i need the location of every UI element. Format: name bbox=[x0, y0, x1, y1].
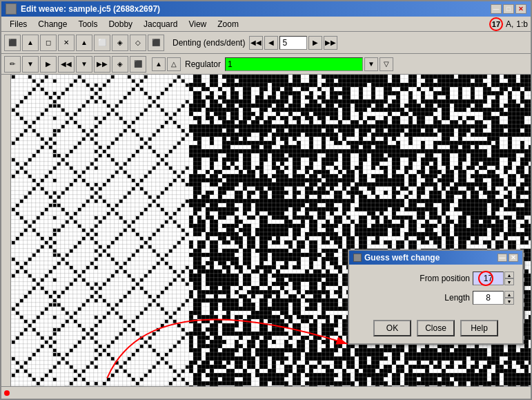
dialog-title-bar: Guess weft change — ✕ bbox=[349, 251, 522, 265]
close-dialog-button[interactable]: Close bbox=[417, 320, 455, 336]
from-position-up[interactable]: ▲ bbox=[504, 272, 514, 278]
tool-btn-7[interactable]: ◈ bbox=[112, 35, 128, 51]
from-position-row: From position ▲ ▼ bbox=[357, 272, 514, 285]
tool2-btn-7[interactable]: ◈ bbox=[112, 56, 128, 73]
view-scale-label: 1:b bbox=[516, 19, 528, 29]
tool-btn-8[interactable]: ◇ bbox=[130, 35, 146, 51]
guess-weft-dialog: Guess weft change — ✕ From position bbox=[348, 249, 524, 345]
menu-zoom[interactable]: Zoom bbox=[212, 18, 244, 30]
dialog-buttons: OK Close Help bbox=[349, 317, 522, 343]
denting-label: Denting (ends/dent) bbox=[170, 37, 248, 49]
nav-last[interactable]: ▶▶ bbox=[324, 36, 337, 50]
title-bar: Edit weave: sample.jc5 (2688x2697) — □ ✕ bbox=[1, 1, 531, 17]
tool-btn-1[interactable]: ⬛ bbox=[4, 35, 21, 51]
tool2-btn-1[interactable]: ✏ bbox=[4, 56, 21, 73]
tool-btn-9[interactable]: ⬛ bbox=[148, 35, 164, 51]
tool-btn-4[interactable]: ✕ bbox=[58, 35, 75, 51]
app-icon bbox=[6, 3, 17, 15]
from-position-label: From position bbox=[420, 274, 470, 283]
length-up[interactable]: ▲ bbox=[504, 291, 514, 298]
dialog-close-button[interactable]: ✕ bbox=[509, 254, 518, 262]
length-row: Length ▲ ▼ bbox=[357, 291, 514, 305]
length-input[interactable] bbox=[473, 291, 504, 305]
toolbar1: ⬛ ▲ ◻ ✕ ▲ ⬜ ◈ ◇ ⬛ Denting (ends/dent) ◀◀… bbox=[1, 32, 531, 54]
dialog-title-text: Guess weft change bbox=[364, 253, 440, 263]
tool2-btn-3[interactable]: ▶ bbox=[40, 56, 57, 73]
nav-prev[interactable]: ◀ bbox=[264, 36, 278, 50]
nav-next[interactable]: ▶ bbox=[308, 36, 322, 50]
tool2-btn-4[interactable]: ◀◀ bbox=[58, 56, 75, 73]
menu-dobby[interactable]: Dobby bbox=[103, 18, 138, 30]
help-button[interactable]: Help bbox=[460, 320, 498, 336]
tool-btn-6[interactable]: ⬜ bbox=[94, 35, 110, 51]
reg-down[interactable]: ▼ bbox=[364, 57, 378, 71]
content-area: Guess weft change — ✕ From position bbox=[1, 75, 531, 386]
maximize-button[interactable]: □ bbox=[503, 4, 514, 14]
position-badge: 17 bbox=[489, 17, 503, 31]
regulator-value[interactable] bbox=[225, 57, 363, 71]
weave-canvas: Guess weft change — ✕ From position bbox=[11, 75, 531, 386]
reg-down2[interactable]: ▽ bbox=[380, 57, 393, 71]
menu-tools[interactable]: Tools bbox=[72, 18, 103, 30]
tool2-btn-5[interactable]: ▼ bbox=[76, 56, 92, 73]
view-mode-label: A, bbox=[506, 19, 513, 29]
from-position-down[interactable]: ▼ bbox=[504, 278, 514, 285]
tool-btn-5[interactable]: ▲ bbox=[76, 35, 92, 51]
dialog-body: From position ▲ ▼ bbox=[349, 265, 522, 317]
minimize-button[interactable]: — bbox=[491, 4, 502, 14]
tool-btn-3[interactable]: ◻ bbox=[40, 35, 57, 51]
regulator-label: Regulator bbox=[182, 58, 224, 70]
tool-btn-2[interactable]: ▲ bbox=[22, 35, 39, 51]
ok-button[interactable]: OK bbox=[373, 320, 411, 336]
menu-bar: Files Change Tools Dobby Jacquard View Z… bbox=[1, 17, 531, 32]
status-indicator bbox=[4, 390, 10, 396]
window-title: Edit weave: sample.jc5 (2688x2697) bbox=[21, 4, 160, 14]
tool2-btn-6[interactable]: ▶▶ bbox=[94, 56, 110, 73]
nav-first[interactable]: ◀◀ bbox=[249, 36, 263, 50]
denting-value[interactable] bbox=[279, 36, 307, 50]
close-button[interactable]: ✕ bbox=[515, 4, 526, 14]
tool2-btn-8[interactable]: ⬛ bbox=[130, 56, 146, 73]
menu-jacquard[interactable]: Jacquard bbox=[138, 18, 183, 30]
reg-up2[interactable]: △ bbox=[167, 57, 181, 71]
left-ruler bbox=[1, 75, 11, 386]
menu-change[interactable]: Change bbox=[32, 18, 72, 30]
tool2-btn-2[interactable]: ▼ bbox=[22, 56, 39, 73]
toolbar2: ✏ ▼ ▶ ◀◀ ▼ ▶▶ ◈ ⬛ ▲ △ Regulator ▼ ▽ bbox=[1, 54, 531, 75]
status-bar bbox=[1, 386, 531, 399]
length-label: Length bbox=[444, 293, 470, 303]
main-window: Edit weave: sample.jc5 (2688x2697) — □ ✕… bbox=[0, 0, 532, 400]
dialog-minimize-button[interactable]: — bbox=[497, 254, 507, 262]
reg-up[interactable]: ▲ bbox=[152, 57, 166, 71]
length-down[interactable]: ▼ bbox=[504, 298, 514, 305]
menu-files[interactable]: Files bbox=[4, 18, 32, 30]
menu-view[interactable]: View bbox=[183, 18, 212, 30]
from-position-input[interactable] bbox=[473, 272, 504, 285]
dialog-icon bbox=[353, 254, 362, 262]
